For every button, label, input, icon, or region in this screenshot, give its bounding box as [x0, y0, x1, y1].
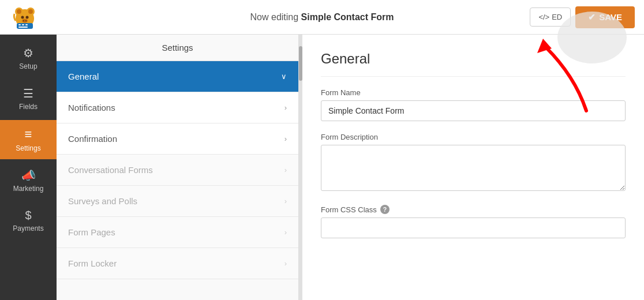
- save-button[interactable]: ✔ SAVE: [575, 6, 635, 28]
- svg-point-4: [28, 9, 33, 14]
- menu-label-notifications: Notifications: [68, 103, 115, 112]
- sidebar-label-setup: Setup: [19, 62, 37, 70]
- content-title: General: [321, 51, 626, 77]
- menu-label-formlocker: Form Locker: [68, 258, 117, 268]
- top-bar-actions: </> </ >ED ED ✔ SAVE: [530, 6, 635, 28]
- menu-item-confirmation[interactable]: Confirmation ›: [57, 123, 298, 155]
- sidebar-item-payments[interactable]: $ Payments: [0, 202, 57, 239]
- svg-point-6: [26, 16, 29, 18]
- scroll-thumb[interactable]: [299, 46, 302, 81]
- svg-point-8: [23, 20, 24, 21]
- form-css-group: Form CSS Class ?: [321, 205, 626, 238]
- chevron-icon-conversational: ›: [284, 166, 287, 174]
- menu-label-surveys: Surveys and Polls: [68, 196, 137, 206]
- code-button[interactable]: </> </ >ED ED: [530, 7, 571, 27]
- form-css-label-row: Form CSS Class ?: [321, 205, 626, 214]
- menu-label-formpages: Form Pages: [68, 227, 115, 237]
- svg-rect-10: [17, 23, 33, 29]
- sidebar-item-fields[interactable]: ☰ Fields: [0, 80, 57, 118]
- svg-point-3: [17, 9, 21, 14]
- chevron-icon-confirmation: ›: [284, 134, 287, 143]
- sidebar: ⚙ Setup ☰ Fields ≡ Settings 📣 Marketing …: [0, 35, 57, 300]
- svg-point-9: [25, 20, 27, 21]
- sidebar-item-marketing[interactable]: 📣 Marketing: [0, 162, 57, 200]
- menu-label-conversational: Conversational Forms: [68, 165, 153, 175]
- content-area: General Form Name Form Description Form …: [302, 35, 644, 300]
- chevron-icon-surveys: ›: [284, 197, 287, 205]
- menu-item-conversational[interactable]: Conversational Forms ›: [57, 155, 298, 186]
- sidebar-label-settings: Settings: [16, 144, 40, 152]
- checkmark-icon: ✔: [588, 12, 596, 22]
- sidebar-label-fields: Fields: [19, 103, 38, 111]
- settings-header: Settings: [57, 35, 298, 61]
- chevron-icon-formlocker: ›: [284, 259, 287, 268]
- sidebar-label-payments: Payments: [13, 224, 43, 232]
- svg-point-5: [21, 16, 24, 18]
- svg-rect-14: [18, 27, 28, 28]
- top-bar: Now editing Simple Contact Form </> </ >…: [0, 0, 644, 35]
- menu-label-confirmation: Confirmation: [68, 134, 117, 144]
- menu-label-general: General: [68, 72, 99, 81]
- gear-icon: ⚙: [23, 46, 33, 60]
- sidebar-item-setup[interactable]: ⚙ Setup: [0, 39, 57, 77]
- menu-item-surveys[interactable]: Surveys and Polls ›: [57, 186, 298, 217]
- chevron-icon-notifications: ›: [284, 103, 287, 112]
- chevron-icon-formpages: ›: [284, 228, 287, 237]
- form-name-label: Form Name: [321, 88, 626, 97]
- megaphone-icon: 📣: [21, 168, 36, 182]
- sliders-icon: ≡: [25, 127, 32, 142]
- form-css-input[interactable]: [321, 217, 626, 238]
- svg-point-7: [22, 18, 28, 22]
- form-name-input[interactable]: [321, 100, 626, 121]
- svg-rect-12: [22, 24, 24, 25]
- form-css-label: Form CSS Class: [321, 205, 377, 214]
- code-icon: </>: [538, 13, 549, 21]
- menu-item-formlocker[interactable]: Form Locker ›: [57, 248, 298, 279]
- main-layout: ⚙ Setup ☰ Fields ≡ Settings 📣 Marketing …: [0, 35, 644, 300]
- editing-title: Now editing Simple Contact Form: [250, 12, 394, 22]
- form-description-group: Form Description: [321, 133, 626, 193]
- settings-menu: General ∨ Notifications › Confirmation ›…: [57, 61, 298, 300]
- menu-item-formpages[interactable]: Form Pages ›: [57, 217, 298, 248]
- menu-item-notifications[interactable]: Notifications ›: [57, 92, 298, 123]
- form-description-textarea[interactable]: [321, 145, 626, 191]
- logo: [9, 2, 40, 33]
- help-icon[interactable]: ?: [380, 205, 390, 214]
- menu-item-general[interactable]: General ∨: [57, 61, 298, 92]
- form-name-group: Form Name: [321, 88, 626, 121]
- settings-panel: Settings General ∨ Notifications › Confi…: [57, 35, 299, 300]
- dollar-icon: $: [25, 209, 31, 222]
- chevron-icon-general: ∨: [281, 72, 287, 81]
- sidebar-item-settings[interactable]: ≡ Settings: [0, 120, 57, 159]
- sidebar-label-marketing: Marketing: [13, 185, 44, 193]
- fields-icon: ☰: [23, 87, 33, 100]
- svg-rect-13: [25, 24, 28, 25]
- form-description-label: Form Description: [321, 133, 626, 141]
- scrollbar[interactable]: [299, 35, 302, 300]
- svg-rect-11: [18, 24, 21, 25]
